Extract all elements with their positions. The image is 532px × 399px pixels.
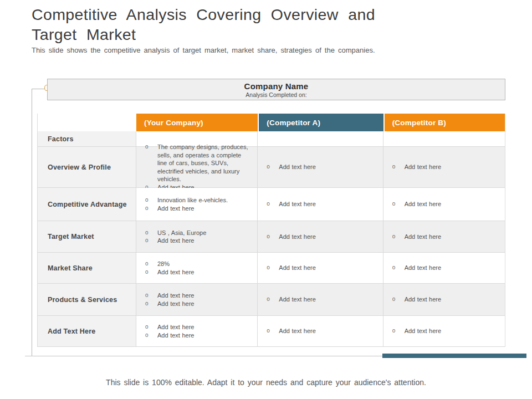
company-name: Company Name: [48, 81, 505, 91]
bullet-icon: o: [391, 200, 405, 208]
bullet-icon: o: [144, 143, 157, 151]
bullet-item: oAdd text here: [265, 327, 377, 335]
bullet-icon: o: [144, 291, 157, 300]
bullet-text: US , Asia, Europe: [157, 229, 252, 237]
table-cell: oAdd text hereoAdd text here: [136, 316, 258, 346]
bullet-text: Add text here: [157, 291, 252, 300]
bullet-text: Add text here: [157, 331, 252, 340]
footer-note: This slide is 100% editable. Adapt it to…: [0, 378, 532, 387]
bullet-item: oAdd text here: [265, 200, 377, 208]
bullet-icon: o: [391, 295, 405, 304]
table-row: Overview & ProfileoThe company designs, …: [38, 146, 505, 187]
row-label: Overview & Profile: [38, 147, 136, 187]
bullet-icon: o: [265, 233, 279, 241]
bullet-item: oAdd text here: [265, 163, 377, 171]
bullet-item: oAdd text here: [144, 204, 252, 213]
bullet-text: Add text here: [405, 327, 499, 335]
bullet-text: Add text here: [279, 233, 377, 241]
bullet-item: o28%: [144, 260, 252, 268]
bullet-icon: o: [144, 237, 157, 245]
bullet-icon: o: [391, 327, 405, 335]
bullet-icon: o: [265, 163, 279, 171]
connector-horizontal-line: [32, 89, 45, 89]
column-header: (Competitor B): [383, 114, 505, 131]
bullet-item: oAdd text here: [265, 295, 377, 304]
table-corner-cell: [38, 114, 136, 131]
bullet-icon: o: [144, 268, 157, 277]
bullet-text: Add text here: [279, 264, 377, 272]
table-row: Competitive AdvantageoInnovation like e-…: [38, 187, 505, 221]
bullet-icon: o: [265, 295, 279, 304]
bullet-text: The company designs, produces, sells, an…: [157, 143, 252, 183]
table-cell: oAdd text here: [383, 316, 505, 346]
bullet-item: oAdd text here: [391, 327, 499, 335]
slide: Competitive Analysis Covering Overview a…: [0, 0, 532, 399]
bullet-icon: o: [144, 204, 157, 213]
slide-title: Competitive Analysis Covering Overview a…: [32, 4, 420, 44]
bullet-icon: o: [144, 323, 157, 331]
bullet-item: oAdd text here: [144, 237, 252, 245]
bullet-item: oAdd text here: [144, 268, 252, 277]
row-label: Factors: [38, 131, 136, 146]
bullet-text: Add text here: [405, 200, 499, 208]
bullet-item: oAdd text here: [144, 291, 252, 300]
table-cell: oAdd text here: [258, 316, 383, 346]
bullet-icon: o: [265, 264, 279, 272]
bullet-item: oAdd text here: [391, 233, 499, 241]
analysis-completed-label: Analysis Completed on:: [48, 91, 505, 98]
bullet-icon: o: [144, 300, 157, 308]
table-row: Add Text HereoAdd text hereoAdd text her…: [38, 315, 505, 346]
bullet-text: Add text here: [157, 268, 252, 277]
table-cell: oAdd text here: [258, 188, 383, 221]
table-cell: oAdd text here: [383, 284, 505, 315]
table-cell: oThe company designs, produces, sells, a…: [136, 147, 258, 187]
bullet-text: 28%: [157, 260, 252, 268]
table-cell: [258, 131, 383, 146]
bullet-item: oAdd text here: [144, 300, 252, 308]
row-label: Competitive Advantage: [38, 188, 136, 221]
table-cell: oAdd text here: [383, 188, 505, 221]
bullet-item: oAdd text here: [391, 264, 499, 272]
bullet-icon: o: [144, 260, 157, 268]
table-cell: oAdd text here: [383, 221, 505, 252]
table-cell: [383, 131, 505, 146]
column-header: (Competitor A): [258, 114, 383, 131]
bullet-item: oThe company designs, produces, sells, a…: [144, 143, 252, 183]
table-cell: oAdd text here: [258, 221, 383, 252]
bullet-text: Add text here: [405, 295, 499, 304]
bullet-item: oAdd text here: [391, 295, 499, 304]
table-row: Target MarketoUS , Asia, EuropeoAdd text…: [38, 221, 505, 252]
bullet-item: oAdd text here: [144, 323, 252, 331]
bullet-item: oAdd text here: [265, 264, 377, 272]
bullet-icon: o: [144, 229, 157, 237]
slide-subtitle: This slide shows the competitive analysi…: [32, 46, 420, 54]
table-cell: oAdd text here: [258, 147, 383, 187]
table-cell: oAdd text here: [258, 284, 383, 315]
bullet-text: Add text here: [279, 295, 377, 304]
table-cell: oAdd text here: [258, 253, 383, 283]
bullet-text: Add text here: [279, 200, 377, 208]
bullet-item: oAdd text here: [144, 331, 252, 340]
connector-vertical-line: [32, 89, 32, 356]
bullet-text: Add text here: [157, 204, 252, 213]
bullet-item: oAdd text here: [391, 163, 499, 171]
row-label: Market Share: [38, 253, 136, 283]
bullet-icon: o: [391, 163, 405, 171]
bullet-text: Add text here: [157, 300, 252, 308]
bullet-icon: o: [144, 331, 157, 340]
row-label: Add Text Here: [38, 316, 136, 346]
bullet-icon: o: [265, 327, 279, 335]
table-cell: oAdd text here: [383, 147, 505, 187]
bullet-item: oAdd text here: [391, 200, 499, 208]
bullet-text: Add text here: [405, 264, 499, 272]
row-label: Products & Services: [38, 284, 136, 315]
company-name-box: Company Name Analysis Completed on:: [47, 79, 505, 100]
bullet-text: Add text here: [405, 163, 499, 171]
slide-title-line-1: Competitive Analysis Covering Overview a…: [32, 4, 420, 24]
table-cell: oAdd text here: [383, 253, 505, 283]
bullet-text: Add text here: [157, 323, 252, 331]
bullet-text: Add text here: [157, 237, 252, 245]
slide-title-line-2: Target Market: [32, 24, 420, 44]
table-row: Market Shareo28%oAdd text hereoAdd text …: [38, 252, 505, 283]
bullet-icon: o: [391, 264, 405, 272]
